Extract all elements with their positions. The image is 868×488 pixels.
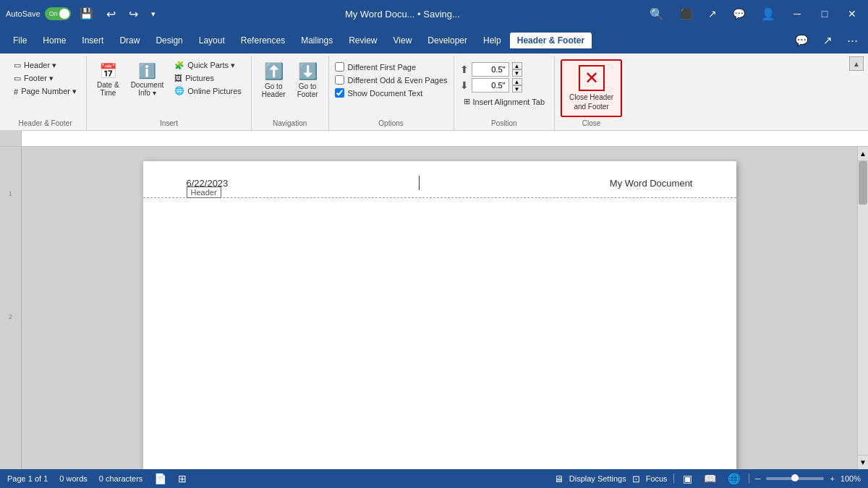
ribbon-group-insert-content: 📅 Date &Time ℹ️ DocumentInfo ▾ 🧩 Quick P… [93,56,245,117]
page-body[interactable] [143,198,736,451]
scroll-area[interactable]: 6/22/2023 My Word Document Header [22,147,857,469]
footer-position-up[interactable]: ▲ [512,78,522,85]
header-label: Header ▾ [24,61,56,70]
view-read-icon[interactable]: 📖 [701,471,719,486]
header-position-up[interactable]: ▲ [512,62,522,69]
go-to-header-icon: ⬆️ [264,62,284,81]
different-first-page-label: Different First Page [348,63,417,72]
ribbon-icon[interactable]: ⬛ [676,7,697,21]
zoom-level[interactable]: 100% [841,474,861,483]
menu-bar: File Home Insert Draw Design Layout Refe… [0,27,868,53]
footer-position-input[interactable] [472,78,509,93]
display-settings-label[interactable]: Display Settings [569,474,626,483]
comments-menu-icon[interactable]: 💬 [791,31,813,50]
date-time-btn[interactable]: 📅 Date &Time [93,59,124,100]
ribbon-group-insert: 📅 Date &Time ℹ️ DocumentInfo ▾ 🧩 Quick P… [87,56,252,130]
pictures-btn[interactable]: 🖼 Pictures [171,72,245,84]
title-bar: AutoSave On 💾 ↩ ↪ ▾ My Word Docu... • Sa… [0,0,868,27]
menu-header-footer[interactable]: Header & Footer [510,33,592,48]
show-document-text-checkbox[interactable] [335,88,344,98]
scroll-thumb[interactable] [859,161,867,205]
scroll-track[interactable] [858,161,868,455]
focus-label[interactable]: Focus [646,474,668,483]
menu-file[interactable]: File [6,33,34,48]
quick-parts-btn[interactable]: 🧩 Quick Parts ▾ [171,59,245,72]
zoom-slider[interactable] [766,477,824,480]
menu-bar-right: 💬 ↗ ⋯ [791,31,862,50]
search-icon[interactable]: 🔍 [645,6,668,22]
header-position-input[interactable] [472,62,509,77]
ruler-inner [22,131,868,146]
pictures-icon: 🖼 [174,74,182,82]
autosave-knob [59,9,69,19]
menu-review[interactable]: Review [341,33,384,48]
menu-view[interactable]: View [386,33,420,48]
share-icon[interactable]: ↗ [704,7,721,21]
status-separator-2 [749,474,749,484]
different-first-page-item[interactable]: Different First Page [335,62,448,72]
undo-icon[interactable]: ↩ [102,6,120,22]
menu-mailings[interactable]: Mailings [294,33,340,48]
footer-dropdown-btn[interactable]: ▭ Footer ▾ [10,72,80,85]
view-normal-icon[interactable]: ▣ [680,471,695,486]
menu-draw[interactable]: Draw [112,33,147,48]
focus-icon[interactable]: ⊡ [632,474,640,484]
ribbon-label-close: Close [561,117,622,130]
close-button[interactable]: ✕ [842,4,862,24]
menu-design[interactable]: Design [148,33,190,48]
scroll-down-btn[interactable]: ▼ [858,455,868,469]
scrollbar-right[interactable]: ▲ ▼ [857,147,868,469]
document-page: 6/22/2023 My Word Document Header [143,161,736,469]
different-first-page-checkbox[interactable] [335,62,344,72]
view-web-icon[interactable]: 🌐 [725,471,743,486]
display-settings-icon[interactable]: 🖥 [554,474,563,484]
menu-help[interactable]: Help [476,33,509,48]
document-info-icon: ℹ️ [138,62,156,80]
page-header-area[interactable]: 6/22/2023 My Word Document Header [143,161,736,198]
more-menu-icon[interactable]: ⋯ [843,31,862,50]
autosave-toggle[interactable]: On [45,7,71,20]
status-right: 🖥 Display Settings ⊡ Focus ▣ 📖 🌐 ─ + 100… [554,471,861,486]
proofing-icon[interactable]: 📄 [154,473,166,484]
date-time-label: Date &Time [97,81,119,97]
ribbon-group-close-content: ✕ Close Headerand Footer [561,56,622,117]
customize-icon[interactable]: ▾ [147,8,160,20]
scroll-up-btn[interactable]: ▲ [858,147,868,161]
profile-icon[interactable]: 👤 [757,6,780,22]
go-to-footer-btn[interactable]: ⬇️ Go toFooter [293,59,323,101]
maximize-button[interactable]: □ [814,4,835,24]
minimize-button[interactable]: ─ [787,4,807,24]
different-odd-even-checkbox[interactable] [335,75,344,85]
menu-developer[interactable]: Developer [420,33,475,48]
close-header-footer-label: Close Headerand Footer [569,93,613,111]
ribbon-group-position: ⬆ ▲ ▼ ⬇ ▲ ▼ ⊞ Insert [454,56,555,130]
ribbon-label-position: Position [460,117,548,130]
share-menu-icon[interactable]: ↗ [819,31,837,50]
go-to-header-btn[interactable]: ⬆️ Go toHeader [258,59,290,101]
menu-home[interactable]: Home [35,33,73,48]
zoom-thumb [791,474,799,481]
ribbon-label-header-footer: Header & Footer [10,117,80,130]
menu-insert[interactable]: Insert [75,33,111,48]
insert-alignment-tab-btn[interactable]: ⊞ Insert Alignment Tab [460,95,548,108]
page-number-dropdown-btn[interactable]: # Page Number ▾ [10,85,80,98]
zoom-plus-btn[interactable]: + [830,474,834,483]
header-position-down[interactable]: ▼ [512,69,522,77]
document-info-btn[interactable]: ℹ️ DocumentInfo ▾ [127,59,169,100]
header-divider [419,176,420,190]
footer-position-down[interactable]: ▼ [512,85,522,93]
redo-icon[interactable]: ↪ [124,6,142,22]
show-document-text-item[interactable]: Show Document Text [335,88,448,98]
zoom-minus-btn[interactable]: ─ [755,474,761,483]
save-icon[interactable]: 💾 [75,6,98,22]
header-dropdown-btn[interactable]: ▭ Header ▾ [10,59,80,72]
different-odd-even-item[interactable]: Different Odd & Even Pages [335,75,448,85]
footer-icon: ▭ [14,74,21,83]
online-pictures-btn[interactable]: 🌐 Online Pictures [171,85,245,97]
menu-layout[interactable]: Layout [192,33,232,48]
macro-icon[interactable]: ⊞ [178,473,187,484]
close-header-footer-btn[interactable]: ✕ Close Headerand Footer [561,59,622,117]
collapse-ribbon-btn[interactable]: ▲ [849,56,864,71]
menu-references[interactable]: References [234,33,292,48]
comments-icon[interactable]: 💬 [728,7,749,21]
